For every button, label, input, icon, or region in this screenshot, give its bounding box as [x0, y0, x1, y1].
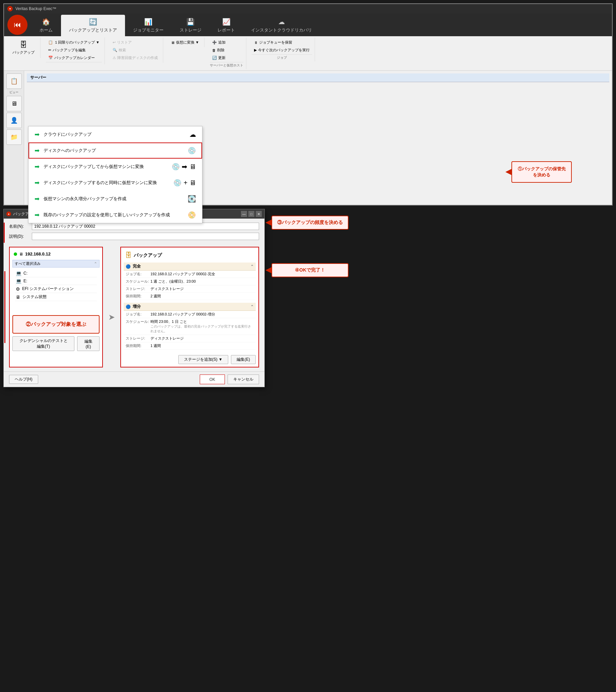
pause-icon: ⏸: [254, 41, 258, 45]
view-btn[interactable]: 📋: [6, 73, 22, 89]
sidebar-item-3[interactable]: 📁: [6, 129, 22, 145]
arrow-icon-6: ➡: [35, 211, 40, 219]
name-field-row: 名前(N):: [9, 223, 259, 230]
tab-reports[interactable]: 📈 レポート: [210, 15, 243, 36]
inc-scroll-icon[interactable]: ⌃: [250, 304, 254, 309]
dropdown-disk-backup[interactable]: ➡ ディスクへのバックアップ 💿: [28, 143, 202, 158]
dialog-footer: ヘルプ(H) OK キャンセル: [4, 371, 264, 387]
e-drive-label: E:: [23, 279, 27, 283]
tab-storage[interactable]: 💾 ストレージ: [172, 15, 210, 36]
disaster-icon: ⚠: [113, 56, 116, 60]
cancel-btn[interactable]: キャンセル: [227, 374, 259, 384]
schedule-edit-btn[interactable]: 編集(E): [231, 355, 256, 364]
dialog-maximize-btn[interactable]: □: [248, 211, 255, 217]
edit-backup-btn[interactable]: ✏ バックアップを編集: [46, 47, 102, 53]
inc-retention-row: 保持期間: 1 週間: [124, 342, 256, 350]
target-edit-btn[interactable]: 編集(E): [77, 336, 100, 351]
list-item: 💻 C:: [15, 269, 97, 277]
reports-icon: 📈: [222, 18, 230, 26]
c-drive-icon: 💻: [16, 271, 21, 276]
efi-icon: ⚙: [16, 286, 20, 292]
panel-arrow: ➤: [108, 247, 115, 367]
inc-section-bar: 🔵 増分 ⌃: [124, 303, 256, 311]
job-queue-btn[interactable]: ⏸ ジョブキューを保留: [252, 39, 312, 46]
play-icon: ▶: [254, 48, 257, 52]
desc-input[interactable]: [32, 233, 259, 240]
dropdown-disk-then-vm[interactable]: ➡ ディスクにバックアップしてから仮想マシンに変換 💿 ➡ 🖥: [28, 158, 202, 175]
selection-bar: すべて選択済み ⌃: [13, 260, 100, 267]
help-btn[interactable]: ヘルプ(H): [9, 375, 38, 384]
full-scroll-icon[interactable]: ⌃: [250, 264, 254, 269]
name-label: 名前(N):: [9, 224, 29, 229]
tab-home[interactable]: 🏠 ホーム: [31, 15, 61, 36]
app-logo: ●: [7, 6, 13, 12]
full-retention-row: 保持期間: 2 週間: [124, 293, 256, 300]
callout-2: ②バックアップ対象を選ぶ: [13, 315, 100, 333]
schedule-panel-btns: ステージを追加(S) ▼ 編集(E): [124, 352, 256, 364]
once-backup-btn[interactable]: 📋 １回限りのバックアップ ▼: [46, 39, 102, 46]
sidebar-item-2[interactable]: 👤: [6, 113, 22, 128]
scroll-up-icon[interactable]: ⌃: [94, 261, 97, 266]
target-panel-btns: クレデンシャルのテストと編集(T) 編集(E): [13, 333, 100, 351]
add-stage-btn[interactable]: ステージを追加(S) ▼: [178, 355, 228, 364]
search-btn[interactable]: 🔍 検索: [110, 47, 160, 53]
vm-incremental-label: 仮想マシンの永久増分バックアップを作成: [44, 196, 184, 202]
update-btn[interactable]: 🔃 更新: [210, 54, 243, 61]
nav-logo[interactable]: ⏮: [7, 15, 27, 35]
backup-btn-icon: 🗄: [20, 41, 27, 49]
delete-icon: 🗑: [212, 48, 216, 52]
arrow-icon-5: ➡: [35, 195, 40, 202]
app-title: Veritas Backup Exec™: [16, 6, 56, 11]
backup-button[interactable]: 🗄 バックアップ: [9, 39, 38, 57]
sidebar-item-1[interactable]: 🖥: [6, 96, 22, 111]
backup-calendar-btn[interactable]: 📅 バックアップカレンダー: [46, 54, 102, 61]
convert-virtual-btn[interactable]: 🖥 仮想に変換 ▼: [169, 39, 201, 46]
full-backup-section: 🔵 完全 ⌃ ジョブ名: 192.168.0.12 バックアップ 00002-完…: [124, 262, 256, 300]
full-section-bar: 🔵 完全 ⌃: [124, 262, 256, 271]
ribbon-virtual-section: 🖥 仮想に変換 ▼: [166, 38, 204, 47]
dialog-minimize-btn[interactable]: —: [241, 211, 247, 217]
ok-btn[interactable]: OK: [200, 374, 225, 384]
dialog-close-btn[interactable]: ✕: [256, 211, 262, 217]
disk-and-vm-icons: 💿 + 🖥: [173, 179, 196, 187]
disaster-recovery-btn[interactable]: ⚠ 障害回復ディスクの作成: [110, 54, 160, 61]
dropdown-use-existing[interactable]: ➡ 既存のバックアップの設定を使用して新しいバックアップを作成 📀: [28, 207, 202, 223]
tab-backup-restore[interactable]: 🔄 バックアップとリストア: [61, 15, 125, 36]
dropdown-vm-incremental[interactable]: ➡ 仮想マシンの永久増分バックアップを作成 💽: [28, 191, 202, 207]
vm-incremental-icons: 💽: [188, 195, 196, 203]
monitor-icon: 📊: [144, 18, 153, 26]
dialog-panels: 🖥 192.168.0.12 すべて選択済み ⌃ 💻 C: 💻: [4, 247, 264, 371]
dropdown-cloud-backup[interactable]: ➡ クラウドにバックアップ ☁: [28, 126, 202, 143]
dialog-window: ● バックアップ定義のプロパティ — □ ✕ 名前(N):: [3, 209, 265, 387]
dropdown-disk-and-vm[interactable]: ➡ ディスクにバックアップするのと同時に仮想マシンに変換 💿 + 🖥: [28, 175, 202, 191]
backup-schedule-panel: 🗄 バックアップ 🔵 完全 ⌃ ジョブ名:: [120, 247, 259, 367]
tab-instant-cloud[interactable]: ☁ インスタントクラウドリカバリ: [243, 15, 320, 36]
add-btn[interactable]: ➕ 追加: [210, 39, 243, 46]
red-indicator: [4, 223, 5, 243]
red-left-indicator: [4, 271, 5, 343]
list-item: ⚙ EFI システムパーティション: [15, 285, 97, 293]
disk-backup-label: ディスクへのバックアップ: [44, 148, 184, 154]
restore-btn[interactable]: ↩ リストア: [110, 39, 160, 46]
ribbon-jobs-section: ⏸ ジョブキューを保留 ▶ 今すぐ次のバックアップを実行 ジョブ: [249, 38, 315, 61]
ribbon-actions-section: 📋 １回限りのバックアップ ▼ ✏ バックアップを編集 📅 バックアップカレンダ…: [43, 38, 105, 64]
name-input[interactable]: [32, 223, 259, 230]
desc-label: 説明(D):: [9, 234, 29, 239]
nav-logo-icon: ⏮: [14, 20, 21, 29]
restore-icon: ↩: [113, 40, 116, 45]
credential-test-btn[interactable]: クレデンシャルのテストと編集(T): [13, 336, 74, 351]
ribbon-backup-section: 🗄 バックアップ: [7, 38, 41, 58]
bottom-section: ● バックアップ定義のプロパティ — □ ✕ 名前(N):: [3, 209, 613, 387]
tab-job-monitor[interactable]: 📊 ジョブモニター: [125, 15, 172, 36]
full-storage-row: ストレージ: ディスクストレージ: [124, 285, 256, 293]
main-content: 📋 ビュー 🖥 👤 📁 サーバー ➡ クラウドにバックアップ ☁: [4, 71, 612, 205]
delete-btn[interactable]: 🗑 削除: [210, 47, 243, 53]
ribbon: 🗄 バックアップ 📋 １回限りのバックアップ ▼ ✏ バックアップを編集 📅 バ…: [4, 36, 612, 71]
disk-then-vm-icons: 💿 ➡ 🖥: [172, 163, 196, 171]
view-label: ビュー: [9, 90, 18, 94]
footer-left: ヘルプ(H): [9, 375, 38, 384]
ribbon-server-section: ➕ 追加 🗑 削除 🔃 更新 サーバーと仮想ホスト: [207, 38, 246, 69]
server-icon: 🖥: [19, 252, 23, 257]
next-backup-btn[interactable]: ▶ 今すぐ次のバックアップを実行: [252, 47, 312, 53]
ribbon-actions-label: [46, 62, 102, 63]
